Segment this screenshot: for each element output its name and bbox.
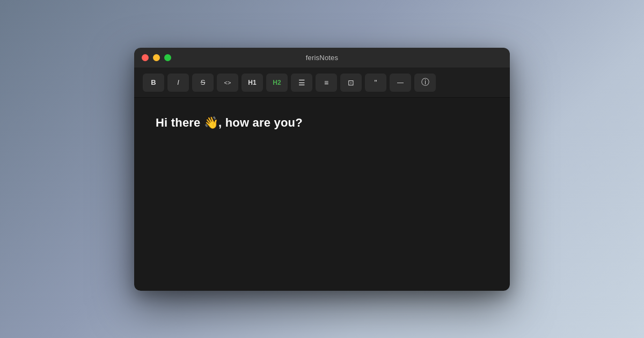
code-button[interactable]: <>: [217, 74, 238, 92]
bullet-list-icon: ☰: [298, 78, 305, 87]
bullet-list-button[interactable]: ☰: [291, 74, 312, 92]
window-title: ferisNotes: [306, 54, 339, 62]
maximize-button[interactable]: [164, 54, 171, 61]
info-icon: ⓘ: [421, 77, 429, 87]
traffic-lights: [142, 54, 171, 61]
h1-icon: H1: [248, 79, 256, 86]
bold-icon: B: [151, 78, 156, 86]
strikethrough-button[interactable]: S: [192, 74, 214, 92]
minimize-button[interactable]: [153, 54, 160, 61]
divider-button[interactable]: —: [390, 74, 411, 92]
h2-button[interactable]: H2: [266, 74, 288, 92]
info-button[interactable]: ⓘ: [414, 74, 436, 92]
editor-area[interactable]: Hi there 👋, how are you?: [134, 98, 510, 291]
h2-icon: H2: [273, 79, 281, 86]
quote-button[interactable]: ": [365, 74, 386, 92]
image-button[interactable]: ⊡: [340, 74, 362, 92]
ordered-list-icon: ≡: [324, 78, 328, 87]
titlebar: ferisNotes: [134, 48, 510, 68]
italic-icon: I: [177, 78, 179, 86]
h1-button[interactable]: H1: [241, 74, 263, 92]
toolbar: B I S <> H1 H2 ☰ ≡ ⊡ " —: [134, 68, 510, 98]
app-window: ferisNotes B I S <> H1 H2 ☰ ≡ ⊡ ": [134, 48, 510, 291]
editor-content: Hi there 👋, how are you?: [156, 114, 488, 131]
quote-icon: ": [375, 78, 377, 87]
code-icon: <>: [224, 79, 231, 86]
bold-button[interactable]: B: [143, 74, 164, 92]
ordered-list-button[interactable]: ≡: [316, 74, 337, 92]
strikethrough-icon: S: [201, 78, 206, 86]
close-button[interactable]: [142, 54, 149, 61]
image-icon: ⊡: [348, 78, 354, 87]
italic-button[interactable]: I: [167, 74, 189, 92]
divider-icon: —: [397, 79, 404, 86]
